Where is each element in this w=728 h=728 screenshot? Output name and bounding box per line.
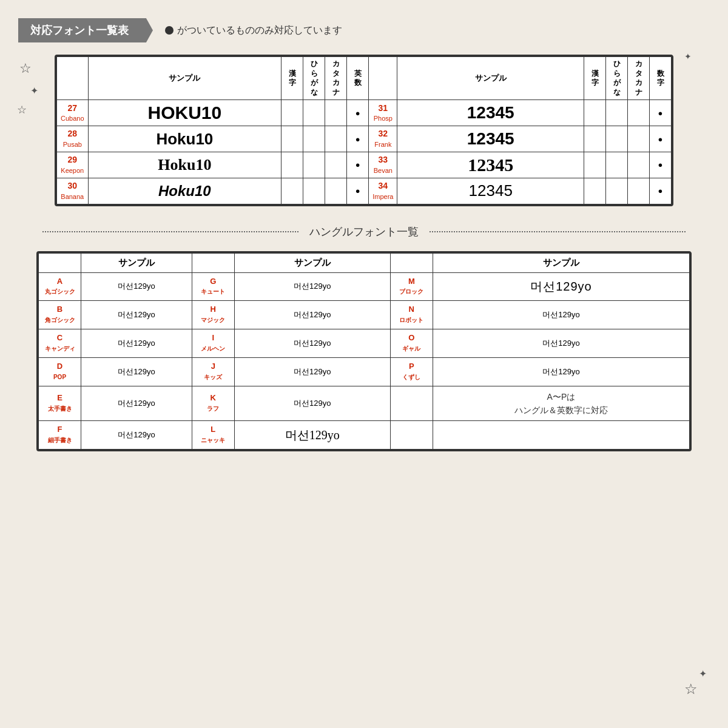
- hangul-sample-m: 머선129yo: [433, 301, 689, 329]
- font-sample-left: Hoku10: [88, 126, 281, 152]
- hira-left: [303, 152, 325, 178]
- hangul-label-a: F細手書き: [39, 421, 81, 450]
- hangul-table-row: Cキャンディ 머선129yoIメルヘン 머선129yoOギャル 머선129yo: [39, 329, 690, 358]
- th-kata-left: カタカナ: [325, 57, 347, 100]
- header-section: 対応フォント一覧表 がついているもののみ対応しています: [18, 18, 710, 42]
- table-row: 27Cubano HOKU10 ● 31Phosp 12345 ●: [57, 100, 672, 126]
- font-id-cell: 27Cubano: [57, 100, 89, 126]
- divider-text: ハングルフォント一覧: [303, 224, 425, 239]
- divider-dots-left: [42, 231, 298, 232]
- font-id-cell: 29Keepon: [57, 152, 89, 178]
- divider-section: ハングルフォント一覧: [42, 224, 686, 239]
- eisuu-left: ●: [347, 126, 369, 152]
- hira-right: [606, 152, 628, 178]
- hangul-th-sample-2: サンプル: [234, 253, 390, 272]
- hangul-label-g: Gキュート: [192, 272, 234, 301]
- divider-dots-right: [430, 231, 686, 232]
- kanji-right: [584, 152, 606, 178]
- header-note-text: がついているもののみ対応しています: [177, 24, 342, 37]
- hangul-label-g: Iメルヘン: [192, 329, 234, 358]
- hangul-label-m: [390, 386, 433, 421]
- suu-right: ●: [650, 178, 672, 204]
- sparkle-icon-1: ✦: [30, 85, 38, 96]
- th-sample-right: サンプル: [397, 57, 584, 100]
- hangul-table-row: E太手書き 머선129yoKラフ 머선129yo A〜Pはハングル＆英数字に対応: [39, 386, 690, 421]
- star-icon-1: ☆: [19, 61, 32, 76]
- hangul-sample-g: 머선129yo: [234, 301, 390, 329]
- table-row: 30Banana Hoku10 ● 34Impera 12345 ●: [57, 178, 672, 204]
- hangul-note: A〜Pはハングル＆英数字に対応: [433, 386, 689, 421]
- font-sample-right: 12345: [397, 178, 584, 204]
- hangul-table-row: A丸ゴシック 머선129yoGキュート 머선129yoMブロック 머선129yo: [39, 272, 690, 301]
- sparkle-icon-bottom: ✦: [699, 668, 707, 679]
- suu-right: ●: [650, 152, 672, 178]
- font-sample-right: 12345: [397, 126, 584, 152]
- eisuu-left: ●: [347, 152, 369, 178]
- hangul-th-empty-2: [192, 253, 234, 272]
- hira-right: [606, 126, 628, 152]
- table-row: 28Pusab Hoku10 ● 32Frank 12345 ●: [57, 126, 672, 152]
- kata-left: [325, 178, 347, 204]
- font-id-right: 34Impera: [369, 178, 397, 204]
- hangul-sample-g: 머선129yo: [234, 329, 390, 358]
- hangul-th-empty-1: [39, 253, 81, 272]
- kata-right: [628, 178, 650, 204]
- hangul-table-row: DPOP 머선129yoJキッズ 머선129yoPくずし 머선129yo: [39, 357, 690, 386]
- hangul-sample-a: 머선129yo: [81, 329, 192, 358]
- kata-right: [628, 100, 650, 126]
- kanji-left: [281, 178, 303, 204]
- hangul-sample-m: 머선129yo: [433, 272, 689, 301]
- kanji-right: [584, 178, 606, 204]
- th-suu-right: 数字: [650, 57, 672, 100]
- hangul-label-m: Oギャル: [390, 329, 433, 358]
- hangul-table-wrapper: サンプル サンプル サンプル A丸ゴシック 머선129yoGキュート 머선129…: [36, 251, 692, 452]
- bullet-icon: [165, 26, 174, 35]
- kata-left: [325, 100, 347, 126]
- hangul-sample-m-empty: [433, 421, 689, 450]
- font-sample-left: Hoku10: [88, 152, 281, 178]
- hangul-label-m: Pくずし: [390, 357, 433, 386]
- hangul-label-g: Lニャッキ: [192, 421, 234, 450]
- star-icon-2: ☆: [17, 103, 27, 116]
- hangul-sample-m: 머선129yo: [433, 357, 689, 386]
- kata-left: [325, 152, 347, 178]
- eisuu-left: ●: [347, 100, 369, 126]
- hangul-sample-g: 머선129yo: [234, 272, 390, 301]
- font-id-cell: 28Pusab: [57, 126, 89, 152]
- hangul-sample-a: 머선129yo: [81, 301, 192, 329]
- hira-right: [606, 178, 628, 204]
- font-sample-right: 12345: [397, 100, 584, 126]
- th-empty-left: [57, 57, 89, 100]
- font-id-cell: 30Banana: [57, 178, 89, 204]
- star-icon-bottom: ☆: [684, 681, 698, 698]
- hangul-sample-m: 머선129yo: [433, 329, 689, 358]
- hira-left: [303, 178, 325, 204]
- suu-right: ●: [650, 100, 672, 126]
- th-kanji-left: 漢字: [281, 57, 303, 100]
- kanji-left: [281, 126, 303, 152]
- kanji-left: [281, 100, 303, 126]
- hangul-label-a: DPOP: [39, 357, 81, 386]
- hangul-table: サンプル サンプル サンプル A丸ゴシック 머선129yoGキュート 머선129…: [38, 253, 690, 450]
- hangul-sample-g: 머선129yo: [234, 421, 390, 450]
- header-note: がついているもののみ対応しています: [165, 24, 342, 37]
- hangul-label-m-empty: [390, 421, 433, 450]
- kata-right: [628, 126, 650, 152]
- hangul-sample-a: 머선129yo: [81, 357, 192, 386]
- hira-left: [303, 100, 325, 126]
- hira-left: [303, 126, 325, 152]
- font-id-right: 33Bevan: [369, 152, 397, 178]
- kata-right: [628, 152, 650, 178]
- kanji-left: [281, 152, 303, 178]
- hangul-th-sample-3: サンプル: [433, 253, 689, 272]
- hangul-label-a: Cキャンディ: [39, 329, 81, 358]
- hangul-table-row: B角ゴシック 머선129yoHマジック 머선129yoNロボット 머선129yo: [39, 301, 690, 329]
- hira-right: [606, 100, 628, 126]
- th-empty-mid: [369, 57, 397, 100]
- table-row: 29Keepon Hoku10 ● 33Bevan 12345 ●: [57, 152, 672, 178]
- font-sample-left: Hoku10: [88, 178, 281, 204]
- hangul-label-g: Hマジック: [192, 301, 234, 329]
- th-eisuu-left: 英数: [347, 57, 369, 100]
- th-hira-left: ひらがな: [303, 57, 325, 100]
- top-font-table: サンプル 漢字 ひらがな カタカナ 英数 サンプル 漢字 ひらがな カタカナ 数…: [56, 56, 672, 204]
